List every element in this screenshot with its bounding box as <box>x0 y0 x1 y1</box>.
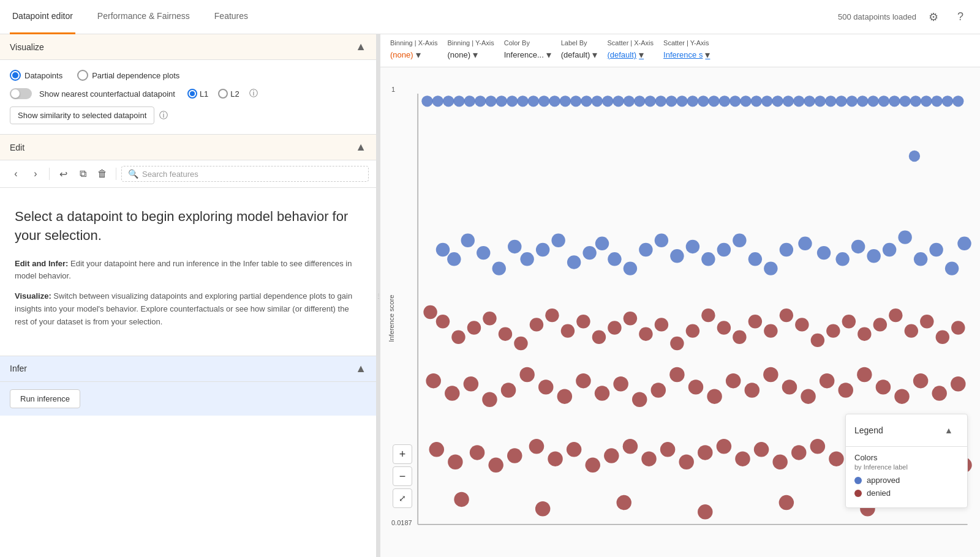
legend-collapse-button[interactable]: ▲ <box>939 421 959 440</box>
scatter-x-dropdown-group: Scatter | X-Axis (default) ▾ <box>607 39 654 62</box>
main-layout: Visualize ▲ Datapoints Partial dependenc… <box>0 34 980 557</box>
run-inference-button[interactable]: Run inference <box>10 389 80 408</box>
svg-point-143 <box>782 379 797 394</box>
help-text-1-bold: Edit and Infer: <box>15 259 68 268</box>
svg-point-55 <box>447 252 461 266</box>
svg-point-144 <box>801 389 815 403</box>
svg-point-56 <box>461 234 475 247</box>
svg-point-146 <box>839 383 853 397</box>
infer-header[interactable]: Infer ▲ <box>0 356 376 382</box>
tab-features[interactable]: Features <box>212 0 251 34</box>
svg-point-89 <box>423 305 437 319</box>
partial-dependence-radio[interactable]: Partial dependence plots <box>77 70 179 81</box>
settings-button[interactable]: ⚙ <box>924 7 943 27</box>
svg-point-167 <box>698 445 712 460</box>
svg-point-39 <box>815 95 826 107</box>
color-by-arrow-icon: ▾ <box>546 49 551 61</box>
svg-point-16 <box>570 95 581 107</box>
visualize-header[interactable]: Visualize ▲ <box>0 34 376 60</box>
svg-point-33 <box>751 95 762 107</box>
counterfactual-toggle[interactable] <box>10 88 32 99</box>
svg-point-145 <box>820 373 834 388</box>
help-text-2: Visualize: Switch between visualizing da… <box>15 290 361 328</box>
svg-point-107 <box>701 308 715 322</box>
visualize-content: Datapoints Partial dependence plots Show… <box>0 60 376 134</box>
svg-point-13 <box>538 95 549 107</box>
similarity-button[interactable]: Show similarity to selected datapoint <box>10 107 154 124</box>
svg-point-122 <box>936 331 949 344</box>
chart-area: 1 0.0187 <box>380 67 980 557</box>
svg-point-95 <box>514 337 527 350</box>
svg-point-142 <box>763 367 778 382</box>
search-icon: 🔍 <box>128 169 138 179</box>
infer-title: Infer <box>10 364 27 373</box>
svg-point-172 <box>791 445 806 460</box>
svg-point-58 <box>492 261 506 275</box>
svg-point-170 <box>754 442 769 457</box>
search-input[interactable] <box>142 170 362 179</box>
svg-point-100 <box>592 331 606 344</box>
datapoints-radio-outer <box>10 70 21 81</box>
svg-point-102 <box>624 312 637 325</box>
l2-label: L2 <box>230 89 239 99</box>
l1-radio-item[interactable]: L1 <box>187 89 208 99</box>
color-by-button[interactable]: Inference... ▾ <box>504 48 551 62</box>
zoom-controls: + − ⤢ <box>393 444 412 508</box>
edit-header[interactable]: Edit ▲ <box>0 135 376 160</box>
counterfactual-row: Show nearest counterfactual datapoint L1… <box>10 88 366 99</box>
zoom-fit-button[interactable]: ⤢ <box>393 488 412 508</box>
label-by-button[interactable]: (default) ▾ <box>561 48 598 62</box>
zoom-in-button[interactable]: + <box>393 444 412 464</box>
svg-point-28 <box>698 95 709 107</box>
svg-point-105 <box>670 337 684 350</box>
svg-point-109 <box>733 331 746 344</box>
delete-button[interactable]: 🗑 <box>94 165 111 182</box>
color-by-dropdown-group: Color By Inference... ▾ <box>504 39 551 62</box>
svg-point-113 <box>795 318 809 331</box>
svg-point-159 <box>548 451 562 466</box>
binning-x-dropdown-group: Binning | X-Axis (none) ▾ <box>390 39 437 62</box>
datapoints-radio[interactable]: Datapoints <box>10 70 62 81</box>
legend-body: Colors by Inference label approved denie… <box>846 447 967 507</box>
svg-point-76 <box>764 261 777 275</box>
svg-point-124 <box>426 373 440 388</box>
svg-point-80 <box>835 252 849 266</box>
svg-point-161 <box>585 458 600 473</box>
svg-point-130 <box>538 379 553 394</box>
scatter-y-button[interactable]: Inference s ▾ <box>663 48 710 62</box>
svg-point-36 <box>783 95 794 107</box>
tab-datapoint-editor[interactable]: Datapoint editor <box>10 0 75 34</box>
label-by-label: Label By <box>561 39 598 47</box>
svg-point-94 <box>499 327 512 340</box>
svg-point-110 <box>748 315 762 328</box>
datapoints-loaded-label: 500 datapoints loaded <box>838 12 916 21</box>
undo-button[interactable]: ↩ <box>55 165 72 182</box>
binning-x-label: Binning | X-Axis <box>390 39 437 47</box>
svg-point-43 <box>857 95 868 107</box>
scatter-x-button[interactable]: (default) ▾ <box>607 48 654 62</box>
chart-toolbar: Binning | X-Axis (none) ▾ Binning | Y-Ax… <box>380 34 980 67</box>
svg-point-70 <box>670 249 684 263</box>
counterfactual-info-icon[interactable]: ⓘ <box>249 88 258 99</box>
svg-point-171 <box>772 455 787 469</box>
forward-button[interactable]: › <box>27 165 44 182</box>
edit-content: Select a datapoint to begin exploring mo… <box>0 188 376 356</box>
binning-x-button[interactable]: (none) ▾ <box>390 48 437 62</box>
svg-point-9 <box>496 95 507 107</box>
back-button[interactable]: ‹ <box>7 165 24 182</box>
svg-point-37 <box>793 95 804 107</box>
zoom-out-button[interactable]: − <box>393 466 412 486</box>
svg-point-125 <box>445 386 459 400</box>
svg-point-63 <box>567 255 581 269</box>
right-panel: Binning | X-Axis (none) ▾ Binning | Y-Ax… <box>380 34 980 557</box>
binning-y-button[interactable]: (none) ▾ <box>447 48 494 62</box>
svg-point-168 <box>717 439 731 454</box>
l2-radio-item[interactable]: L2 <box>218 89 239 99</box>
copy-button[interactable]: ⧉ <box>74 165 91 182</box>
tab-performance-fairness[interactable]: Performance & Fairness <box>95 0 192 34</box>
svg-point-127 <box>482 392 497 407</box>
svg-point-62 <box>551 234 565 247</box>
help-button[interactable]: ? <box>951 7 970 27</box>
similarity-info-icon[interactable]: ⓘ <box>159 110 168 121</box>
y-axis-tick-top: 1 <box>391 86 395 93</box>
